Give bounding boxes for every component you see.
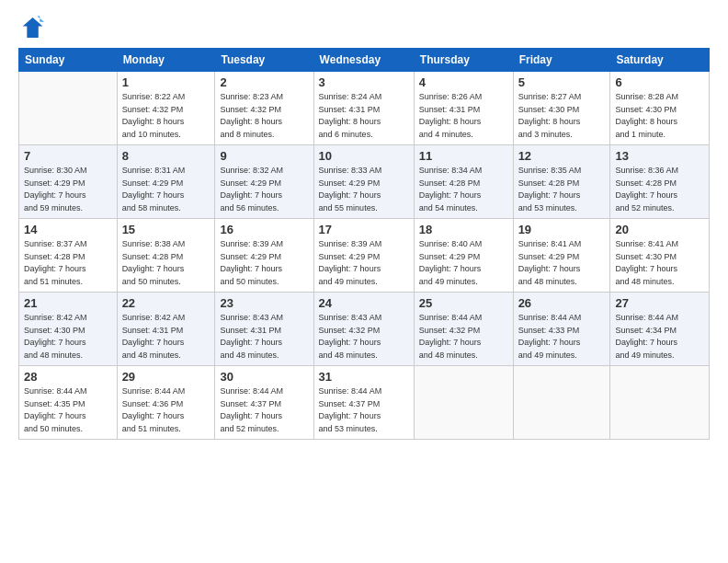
calendar-cell: 25Sunrise: 8:44 AMSunset: 4:32 PMDayligh… bbox=[414, 293, 513, 366]
calendar-cell: 2Sunrise: 8:23 AMSunset: 4:32 PMDaylight… bbox=[215, 72, 313, 145]
calendar-cell: 22Sunrise: 8:42 AMSunset: 4:31 PMDayligh… bbox=[117, 293, 215, 366]
calendar-cell: 27Sunrise: 8:44 AMSunset: 4:34 PMDayligh… bbox=[610, 293, 710, 366]
day-info-line: and 48 minutes. bbox=[615, 277, 674, 286]
day-info-line: Daylight: 7 hours bbox=[319, 264, 381, 273]
day-info: Sunrise: 8:44 AMSunset: 4:35 PMDaylight:… bbox=[24, 385, 112, 435]
weekday-header-tuesday: Tuesday bbox=[215, 49, 313, 72]
day-number: 25 bbox=[419, 296, 508, 310]
day-info: Sunrise: 8:43 AMSunset: 4:31 PMDaylight:… bbox=[220, 312, 308, 362]
day-info-line: Daylight: 7 hours bbox=[518, 264, 581, 273]
day-info-line: and 3 minutes. bbox=[518, 130, 573, 139]
day-info-line: and 49 minutes. bbox=[615, 350, 674, 360]
day-info-line: Sunset: 4:31 PM bbox=[220, 326, 281, 335]
day-number: 27 bbox=[615, 296, 704, 310]
day-info-line: and 8 minutes. bbox=[220, 130, 274, 139]
day-info-line: Sunrise: 8:32 AM bbox=[220, 166, 283, 175]
day-info-line: and 53 minutes. bbox=[319, 424, 378, 433]
day-info-line: and 53 minutes. bbox=[518, 203, 577, 213]
day-info-line: and 49 minutes. bbox=[419, 277, 478, 286]
day-info-line: Sunrise: 8:44 AM bbox=[615, 313, 678, 322]
calendar-cell: 19Sunrise: 8:41 AMSunset: 4:29 PMDayligh… bbox=[513, 219, 610, 293]
day-info-line: and 48 minutes. bbox=[220, 350, 279, 360]
day-info-line: Sunset: 4:34 PM bbox=[615, 326, 677, 335]
calendar-cell: 16Sunrise: 8:39 AMSunset: 4:29 PMDayligh… bbox=[215, 219, 313, 293]
day-info-line: Daylight: 7 hours bbox=[24, 264, 86, 273]
day-info: Sunrise: 8:38 AMSunset: 4:28 PMDaylight:… bbox=[122, 238, 210, 288]
day-info-line: Sunrise: 8:42 AM bbox=[24, 313, 87, 322]
week-row-5: 28Sunrise: 8:44 AMSunset: 4:35 PMDayligh… bbox=[19, 366, 710, 440]
day-info-line: Sunset: 4:32 PM bbox=[220, 105, 281, 114]
day-info-line: and 50 minutes. bbox=[122, 277, 181, 286]
day-number: 18 bbox=[419, 223, 508, 236]
calendar-cell: 6Sunrise: 8:28 AMSunset: 4:30 PMDaylight… bbox=[610, 72, 710, 145]
day-info-line: Sunrise: 8:26 AM bbox=[419, 92, 483, 101]
day-info: Sunrise: 8:23 AMSunset: 4:32 PMDaylight:… bbox=[220, 91, 308, 141]
day-info-line: Sunrise: 8:33 AM bbox=[319, 166, 382, 175]
day-number: 9 bbox=[220, 149, 308, 163]
calendar-cell: 14Sunrise: 8:37 AMSunset: 4:28 PMDayligh… bbox=[19, 219, 118, 293]
day-info: Sunrise: 8:42 AMSunset: 4:31 PMDaylight:… bbox=[122, 312, 210, 362]
day-info-line: and 52 minutes. bbox=[220, 424, 279, 433]
day-info: Sunrise: 8:41 AMSunset: 4:29 PMDaylight:… bbox=[518, 238, 606, 288]
weekday-header-monday: Monday bbox=[117, 49, 215, 72]
day-info-line: Daylight: 7 hours bbox=[518, 338, 581, 347]
day-info-line: Sunset: 4:29 PM bbox=[220, 178, 281, 188]
day-info-line: Daylight: 7 hours bbox=[518, 190, 581, 200]
day-number: 1 bbox=[122, 75, 210, 89]
day-info-line: Sunrise: 8:39 AM bbox=[220, 239, 283, 248]
calendar-cell: 11Sunrise: 8:34 AMSunset: 4:28 PMDayligh… bbox=[414, 145, 513, 219]
day-info-line: Daylight: 8 hours bbox=[419, 117, 482, 126]
day-info: Sunrise: 8:44 AMSunset: 4:34 PMDaylight:… bbox=[615, 312, 704, 362]
day-info: Sunrise: 8:35 AMSunset: 4:28 PMDaylight:… bbox=[518, 165, 606, 214]
day-info-line: and 51 minutes. bbox=[122, 424, 181, 433]
week-row-1: 1Sunrise: 8:22 AMSunset: 4:32 PMDaylight… bbox=[19, 72, 710, 145]
day-number: 29 bbox=[122, 370, 210, 384]
day-info-line: Sunrise: 8:30 AM bbox=[24, 166, 87, 175]
calendar-cell: 12Sunrise: 8:35 AMSunset: 4:28 PMDayligh… bbox=[513, 145, 610, 219]
day-number: 12 bbox=[518, 149, 606, 163]
day-info-line: Sunrise: 8:41 AM bbox=[615, 239, 678, 248]
day-info: Sunrise: 8:36 AMSunset: 4:28 PMDaylight:… bbox=[615, 165, 704, 214]
day-info-line: Sunrise: 8:44 AM bbox=[319, 386, 382, 396]
logo-icon bbox=[18, 15, 44, 40]
day-info-line: and 6 minutes. bbox=[319, 130, 373, 139]
calendar-cell: 23Sunrise: 8:43 AMSunset: 4:31 PMDayligh… bbox=[215, 293, 313, 366]
calendar-cell: 17Sunrise: 8:39 AMSunset: 4:29 PMDayligh… bbox=[313, 219, 414, 293]
day-info-line: Sunset: 4:37 PM bbox=[220, 399, 281, 408]
day-info-line: Daylight: 7 hours bbox=[319, 190, 381, 200]
calendar-cell: 31Sunrise: 8:44 AMSunset: 4:37 PMDayligh… bbox=[313, 366, 414, 440]
day-number: 28 bbox=[24, 370, 112, 384]
day-info-line: Daylight: 7 hours bbox=[122, 411, 185, 420]
calendar-cell: 21Sunrise: 8:42 AMSunset: 4:30 PMDayligh… bbox=[19, 293, 118, 366]
calendar-cell bbox=[414, 366, 513, 440]
calendar-cell: 18Sunrise: 8:40 AMSunset: 4:29 PMDayligh… bbox=[414, 219, 513, 293]
day-info-line: Sunset: 4:32 PM bbox=[319, 326, 381, 335]
day-info-line: and 48 minutes. bbox=[24, 350, 83, 360]
day-info-line: and 58 minutes. bbox=[122, 203, 181, 213]
day-info-line: Daylight: 7 hours bbox=[419, 264, 482, 273]
day-number: 23 bbox=[220, 296, 308, 310]
day-info-line: Daylight: 8 hours bbox=[319, 117, 381, 126]
day-info: Sunrise: 8:41 AMSunset: 4:30 PMDaylight:… bbox=[615, 238, 704, 288]
day-info: Sunrise: 8:30 AMSunset: 4:29 PMDaylight:… bbox=[24, 165, 112, 214]
day-info-line: Sunset: 4:28 PM bbox=[419, 178, 481, 188]
day-info-line: Daylight: 7 hours bbox=[122, 190, 185, 200]
day-info: Sunrise: 8:43 AMSunset: 4:32 PMDaylight:… bbox=[319, 312, 409, 362]
day-info: Sunrise: 8:39 AMSunset: 4:29 PMDaylight:… bbox=[220, 238, 308, 288]
day-info-line: Daylight: 8 hours bbox=[220, 117, 282, 126]
day-info-line: Daylight: 7 hours bbox=[122, 264, 185, 273]
weekday-header-friday: Friday bbox=[513, 49, 610, 72]
day-info-line: Sunset: 4:28 PM bbox=[518, 178, 580, 188]
day-info-line: Sunrise: 8:34 AM bbox=[419, 166, 483, 175]
calendar-cell: 9Sunrise: 8:32 AMSunset: 4:29 PMDaylight… bbox=[215, 145, 313, 219]
week-row-2: 7Sunrise: 8:30 AMSunset: 4:29 PMDaylight… bbox=[19, 145, 710, 219]
day-info-line: Sunrise: 8:44 AM bbox=[419, 313, 483, 322]
day-info-line: Sunrise: 8:44 AM bbox=[220, 386, 283, 396]
day-info-line: Sunrise: 8:39 AM bbox=[319, 239, 382, 248]
day-number: 30 bbox=[220, 370, 308, 384]
day-number: 6 bbox=[615, 75, 704, 89]
day-info-line: Sunrise: 8:27 AM bbox=[518, 92, 582, 101]
day-info: Sunrise: 8:34 AMSunset: 4:28 PMDaylight:… bbox=[419, 165, 508, 214]
day-info-line: Sunrise: 8:40 AM bbox=[419, 239, 483, 248]
weekday-header-sunday: Sunday bbox=[19, 49, 118, 72]
